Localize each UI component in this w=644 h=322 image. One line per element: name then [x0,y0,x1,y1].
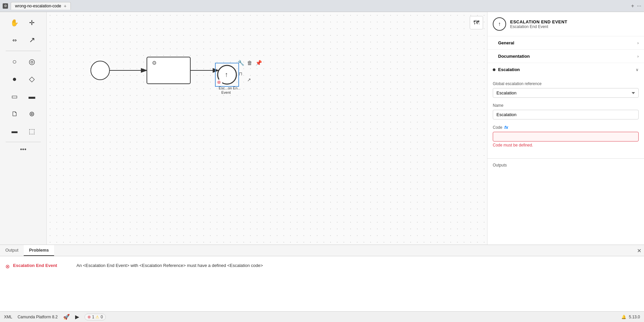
bottom-tabs: Output Problems ✕ [0,245,644,256]
documentation-section: Documentation › [487,50,644,63]
status-bar: XML Camunda Platform 8.2 🚀 ▶ ⊗ 1 ⚠ 0 🔔 5… [0,311,644,322]
right-panel: ↑ ESCALATION END EVENT Escalation End Ev… [487,12,644,245]
global-ref-group: Global escalation reference Escalation [493,81,639,98]
code-input[interactable] [493,132,639,141]
rect-corner-tool-btn[interactable]: ▬ [24,88,40,104]
end-event-label-1: Esc...on En... [219,86,240,90]
more-tools-btn[interactable]: ••• [19,145,28,154]
warn-count: 0 [100,315,103,319]
main-layout: ✋ ✛ ⇔ ↗ ○ ◎ ● ◇ ▭ ▬ 🗋 ⊛ ▬ ⬚ ••• [0,12,644,245]
error-badge: ⊗ [217,79,221,85]
circle-filled-tool-btn[interactable]: ● [7,71,23,87]
context-wrench-icon[interactable]: 🔧 [238,60,244,66]
bottom-close-btn[interactable]: ✕ [637,247,641,254]
app-icon: ⚙ [3,3,8,9]
task-gear-icon: ⚙ [152,60,157,66]
name-label: Name [493,103,639,108]
cylinder-tool-btn[interactable]: ⊛ [24,106,40,122]
panel-element-icon: ↑ [493,17,506,31]
global-ref-select[interactable]: Escalation [493,88,639,98]
panel-title-group: ESCALATION END EVENT Escalation End Even… [510,19,568,29]
rect-wide-tool-btn[interactable]: ▬ [7,123,23,139]
error-row-name[interactable]: Escalation End Event [13,263,73,268]
name-group: Name [493,103,639,119]
hand-tool-btn[interactable]: ✋ [7,15,23,31]
arrows-tool-btn[interactable]: ⇔ [7,32,23,48]
error-count-badge: ⊗ 1 ⚠ 0 [84,314,106,320]
tool-separator-1 [6,51,41,51]
tool-row-1: ✋ ✛ [1,15,45,31]
tab-name: wrong-no-escalation-code [15,4,61,8]
escalation-section-header[interactable]: Escalation ∨ [487,63,644,76]
escalation-form: Global escalation reference Escalation N… [487,76,644,158]
diamond-tool-btn[interactable]: ◇ [24,71,40,87]
more-menu-btn[interactable]: ··· [637,3,641,9]
page-tool-btn[interactable]: 🗋 [7,106,23,122]
left-toolbar: ✋ ✛ ⇔ ↗ ○ ◎ ● ◇ ▭ ▬ 🗋 ⊛ ▬ ⬚ ••• [0,12,47,245]
bottom-content: ⊗ Escalation End Event An <Escalation En… [0,256,644,276]
rect-tool-btn[interactable]: ▭ [7,88,23,104]
select-rect-tool-btn[interactable]: ⬚ [24,123,40,139]
general-expand-icon: › [637,41,639,45]
documentation-title: Documentation [498,54,637,59]
tool-row-7: ▬ ⬚ [1,123,45,139]
outputs-hint: Outputs [487,158,644,172]
tab-close-btn[interactable]: + [64,4,66,8]
bpmn-diagram: ⚙ ↑ ⊗ Esc...on En... Event 🔧 🗑 📌 ⊓ ↗ [80,32,280,132]
context-trash-icon[interactable]: 🗑 [247,60,252,66]
tool-row-6: 🗋 ⊛ [1,106,45,122]
output-tab[interactable]: Output [0,245,24,256]
code-error-msg: Code must be defined. [493,143,639,147]
escalation-title: Escalation [498,67,636,72]
end-event-label-2: Event [221,90,231,94]
error-row-0: ⊗ Escalation End Event An <Escalation En… [5,260,639,272]
platform-label: Camunda Platform 8.2 [18,315,58,319]
status-warn-icon: ⚠ [95,315,99,319]
bottom-area: Output Problems ✕ ⊗ Escalation End Event… [0,245,644,311]
documentation-section-header[interactable]: Documentation › [487,50,644,63]
general-title: General [498,40,637,45]
code-group: Code fx Code must be defined. [493,125,639,147]
context-bracket-icon[interactable]: ⊓ [239,71,242,76]
circle-empty-tool-btn[interactable]: ○ [7,54,23,70]
tool-row-3: ○ ◎ [1,54,45,70]
minimap-btn[interactable]: 🗺 [470,16,483,29]
version-label: 5.13.0 [629,315,640,319]
panel-title-sub: Escalation End Event [510,24,568,29]
name-input[interactable] [493,110,639,119]
start-event[interactable] [91,61,110,80]
escalation-section: Escalation ∨ Global escalation reference… [487,63,644,158]
general-section-header[interactable]: General › [487,36,644,49]
code-label: Code fx [493,125,639,130]
context-arrow-icon[interactable]: ↗ [247,77,251,82]
status-bar-right: 🔔 5.13.0 [621,315,640,319]
notif-icon[interactable]: 🔔 [621,315,626,319]
title-bar-actions: + ··· [631,3,641,9]
escalation-symbol: ↑ [225,71,228,78]
escalation-collapse-icon: ∨ [636,67,639,72]
tool-row-4: ● ◇ [1,71,45,87]
tool-row-2: ⇔ ↗ [1,32,45,48]
run-icon[interactable]: ▶ [75,314,79,320]
tool-row-5: ▭ ▬ [1,88,45,104]
escalation-dot [493,68,495,71]
circle-double-tool-btn[interactable]: ◎ [24,54,40,70]
code-fx-icon[interactable]: fx [504,125,508,130]
escalation-up-icon: ↑ [498,21,501,27]
minimap-icon: 🗺 [473,19,479,26]
title-bar: ⚙ wrong-no-escalation-code + + ··· [0,0,644,12]
new-tab-btn[interactable]: + [631,3,634,9]
context-pin-icon[interactable]: 📌 [255,60,262,66]
global-ref-label: Global escalation reference [493,81,639,86]
arrow-ne-tool-btn[interactable]: ↗ [24,32,40,48]
error-row-description: An <Escalation End Event> with <Escalati… [76,263,263,268]
error-row-icon: ⊗ [5,263,10,270]
main-tab[interactable]: wrong-no-escalation-code + [11,2,71,10]
panel-header: ↑ ESCALATION END EVENT Escalation End Ev… [487,12,644,36]
deploy-icon[interactable]: 🚀 [63,314,70,320]
canvas-area[interactable]: ⚙ ↑ ⊗ Esc...on En... Event 🔧 🗑 📌 ⊓ ↗ [47,12,487,245]
xml-label[interactable]: XML [4,315,12,319]
general-section: General › [487,36,644,50]
crosshair-tool-btn[interactable]: ✛ [24,15,40,31]
problems-tab[interactable]: Problems [24,245,54,256]
